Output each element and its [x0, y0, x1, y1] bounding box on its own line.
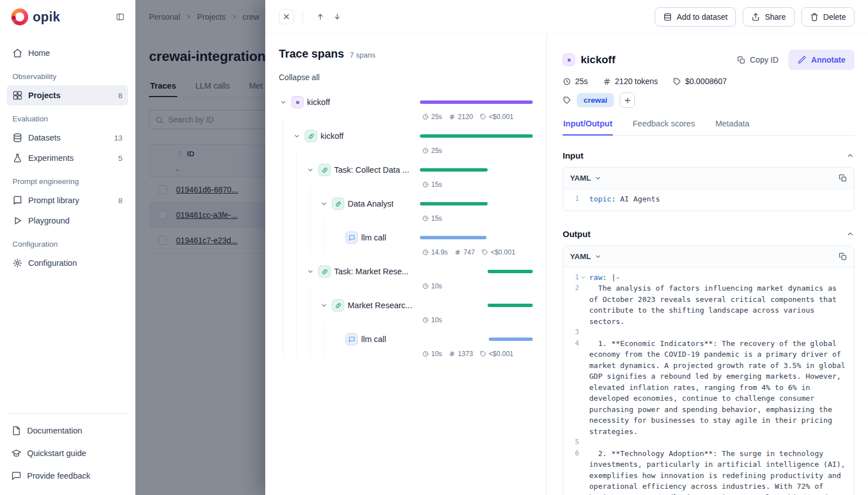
- sidebar-collapse-button[interactable]: [113, 10, 127, 24]
- pencil-icon: [797, 55, 806, 64]
- copy-id-button[interactable]: Copy ID: [737, 55, 779, 64]
- sidebar-item-count: 5: [118, 154, 122, 163]
- quickstart-icon: [11, 448, 21, 458]
- tab-metadata[interactable]: Metadata: [714, 119, 749, 135]
- footer-item-quickstart-guide[interactable]: Quickstart guide: [6, 442, 129, 465]
- add-tag-button[interactable]: [620, 93, 635, 108]
- duration-bar: [489, 338, 533, 341]
- spans-title: Trace spans: [279, 47, 344, 60]
- annotate-button[interactable]: Annotate: [788, 50, 854, 70]
- detail-header: kickoff Copy ID Annotate: [563, 50, 854, 70]
- sidebar-item-prompt-library[interactable]: Prompt library 8: [7, 190, 128, 211]
- detail-content: Input YAML 1: [563, 136, 854, 495]
- trace-icon: [291, 96, 304, 108]
- span-meta: 10s: [422, 350, 442, 358]
- chevron-down-icon[interactable]: [306, 165, 315, 174]
- copy-input-button[interactable]: [839, 174, 847, 182]
- chevron-down-icon[interactable]: [279, 98, 288, 107]
- span-row-market-researc[interactable]: Market Researc... 10s: [279, 296, 533, 330]
- span-meta: 1373: [449, 350, 473, 358]
- sidebar-item-label: Datasets: [28, 133, 60, 142]
- span-meta: 15s: [422, 181, 442, 189]
- input-section: Input YAML 1: [563, 151, 854, 211]
- detail-stats: 25s2120 tokens$0.0008607: [563, 77, 854, 86]
- tree-indent-guide: [292, 161, 303, 179]
- tree-indent-guide: [279, 262, 289, 281]
- next-trace-button[interactable]: [328, 8, 345, 25]
- input-code: 1 topic: AI Agents: [563, 189, 854, 211]
- collapse-all-button[interactable]: Collapse all: [279, 73, 319, 82]
- collapse-output-button[interactable]: [846, 230, 854, 238]
- code-line: 3: [567, 327, 848, 338]
- fold-chevron-icon[interactable]: [580, 274, 586, 281]
- chevron-down-icon[interactable]: [292, 132, 301, 141]
- footer-item-label: Quickstart guide: [27, 449, 86, 458]
- duration-bar: [488, 304, 533, 307]
- stat-0-0008607: $0.0008607: [673, 77, 727, 86]
- clock-icon: [422, 113, 429, 120]
- line-number: 4: [567, 338, 579, 437]
- code-text: 1. **Economic Indicators**: The recovery…: [589, 338, 848, 437]
- code-text: The analysis of factors influencing mark…: [589, 283, 848, 327]
- chevron-down-icon[interactable]: [319, 199, 328, 208]
- span-row-llm-call[interactable]: llm call 14.9s747<$0.001: [279, 229, 533, 262]
- delete-button[interactable]: Delete: [801, 7, 854, 27]
- close-drawer-button[interactable]: [279, 9, 294, 24]
- line-number: 6: [567, 448, 579, 495]
- span-meta: <$0.001: [480, 350, 514, 358]
- input-format-select[interactable]: YAML: [570, 174, 602, 182]
- span-row-kickoff[interactable]: kickoff 25s: [279, 127, 533, 161]
- tree-indent-guide: [279, 296, 289, 314]
- sidebar-item-projects[interactable]: Projects 8: [7, 85, 128, 106]
- sidebar-item-experiments[interactable]: Experiments 5: [7, 148, 128, 168]
- clock-icon: [422, 283, 429, 290]
- previous-trace-button[interactable]: [312, 8, 328, 25]
- spans-count: 7 spans: [350, 51, 376, 59]
- sidebar-item-home[interactable]: Home: [7, 43, 128, 63]
- collapse-input-button[interactable]: [846, 151, 854, 160]
- span-row-task-market-rese[interactable]: Task: Market Rese... 10s: [279, 262, 533, 296]
- footer-item-documentation[interactable]: Documentation: [6, 419, 129, 442]
- opik-logo[interactable]: opik: [11, 8, 60, 25]
- share-icon: [751, 12, 760, 21]
- sidebar-item-playground[interactable]: Playground: [7, 211, 128, 231]
- tree-indent-guide: [279, 161, 289, 179]
- output-code-block: YAML 1 raw: |- 2 The analysis of factors…: [563, 246, 854, 495]
- tree-indent-guide: [292, 330, 303, 348]
- sidebar-item-datasets[interactable]: Datasets 13: [7, 128, 128, 148]
- tree-indent-guide: [292, 195, 303, 213]
- tree-indent-guide: [306, 296, 316, 314]
- cost-icon: [481, 249, 488, 256]
- add-to-dataset-button[interactable]: Add to dataset: [655, 7, 736, 27]
- tag-crewai[interactable]: crewai: [577, 93, 614, 107]
- footer-item-label: Provide feedback: [27, 471, 90, 480]
- trace-drawer: Add to dataset Share Delete Trace spans …: [265, 0, 868, 495]
- span-row-kickoff[interactable]: kickoff 25s2120<$0.001: [279, 93, 533, 127]
- footer-item-label: Documentation: [27, 426, 82, 435]
- sidebar-item-configuration[interactable]: Configuration: [7, 253, 128, 273]
- chat-icon: [345, 333, 358, 345]
- code-text: [589, 327, 848, 338]
- copy-output-button[interactable]: [839, 252, 847, 261]
- chevron-down-icon: [594, 174, 602, 182]
- link-icon: [305, 130, 317, 142]
- line-number: 5: [567, 437, 579, 448]
- tab-input-output[interactable]: Input/Output: [563, 119, 613, 135]
- output-format-select[interactable]: YAML: [570, 252, 602, 261]
- documentation-icon: [11, 426, 21, 436]
- output-code: 1 raw: |- 2 The analysis of factors infl…: [563, 268, 854, 495]
- tab-feedback-scores[interactable]: Feedback scores: [632, 119, 695, 135]
- share-button[interactable]: Share: [743, 7, 794, 27]
- tree-indent-guide: [306, 330, 316, 348]
- footer-item-provide-feedback[interactable]: Provide feedback: [6, 465, 129, 487]
- span-row-llm-call[interactable]: llm call 10s1373<$0.001: [279, 330, 533, 364]
- clock-icon: [422, 181, 429, 188]
- opik-logo-mark: [11, 8, 28, 25]
- datasets-icon: [12, 133, 23, 143]
- output-section-title: Output: [563, 229, 590, 239]
- sidebar-header: opik: [0, 0, 135, 34]
- chevron-down-icon[interactable]: [306, 267, 315, 276]
- span-row-data-analyst[interactable]: Data Analyst 15s: [279, 195, 533, 229]
- chevron-down-icon[interactable]: [319, 301, 328, 310]
- span-row-task-collect-data[interactable]: Task: Collect Data ... 15s: [279, 161, 533, 195]
